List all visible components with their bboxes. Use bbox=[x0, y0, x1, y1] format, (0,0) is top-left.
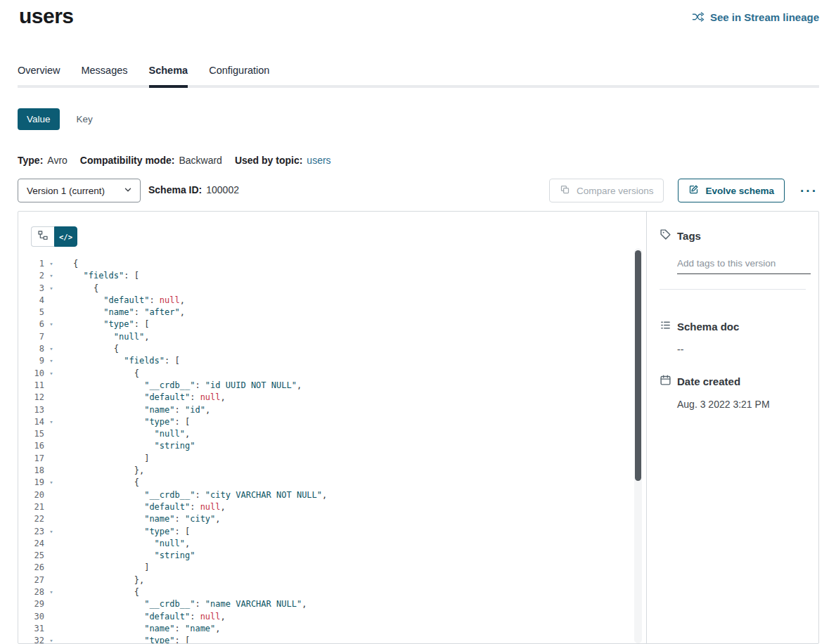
version-bar: Version 1 (current) Schema ID: 100002 Co… bbox=[18, 179, 819, 202]
fold-toggle-icon[interactable]: ▾ bbox=[44, 477, 58, 489]
code-text: "type": [ bbox=[73, 318, 149, 330]
add-tags-input[interactable] bbox=[677, 255, 811, 274]
date-created-value: Aug. 3 2022 3:21 PM bbox=[677, 399, 806, 410]
code-line: 2▾ "fields": [ bbox=[18, 270, 634, 282]
fold-toggle-icon[interactable]: ▾ bbox=[44, 526, 58, 538]
tags-section: Tags bbox=[660, 228, 806, 290]
page-title: users bbox=[19, 4, 74, 28]
tab-messages[interactable]: Messages bbox=[81, 62, 127, 85]
code-line: 10▾ { bbox=[18, 368, 634, 380]
chevron-down-icon bbox=[123, 185, 133, 197]
meta-type: Type: Avro bbox=[18, 155, 67, 166]
line-number: 30 bbox=[18, 611, 44, 623]
line-number: 8 bbox=[18, 343, 44, 355]
code-line: 1▾{ bbox=[18, 258, 634, 270]
compare-versions-button[interactable]: Compare versions bbox=[549, 179, 664, 202]
code-line: 25 "string" bbox=[18, 550, 634, 562]
tree-view-button[interactable] bbox=[31, 226, 54, 247]
code-text: "type": [ bbox=[73, 416, 190, 428]
schema-panel: </> 1▾{2▾ "fields": [3▾ {4 "default": nu… bbox=[18, 211, 819, 644]
code-text: "__crdb__": "city VARCHAR NOT NULL", bbox=[73, 489, 327, 501]
tab-configuration[interactable]: Configuration bbox=[209, 62, 269, 85]
date-created-heading: Date created bbox=[660, 374, 806, 389]
fold-toggle-icon[interactable]: ▾ bbox=[44, 368, 58, 380]
editor-scrollbar-thumb[interactable] bbox=[635, 250, 641, 481]
code-line: 8▾ { bbox=[18, 343, 634, 355]
code-line: 32▾ "type": [ bbox=[18, 635, 634, 644]
topic-link[interactable]: users bbox=[307, 155, 330, 166]
code-text: { bbox=[73, 258, 78, 270]
tree-view-icon bbox=[37, 230, 49, 243]
code-text: "fields": [ bbox=[73, 355, 180, 367]
line-number: 11 bbox=[18, 380, 44, 392]
line-number: 1 bbox=[18, 258, 44, 270]
code-line: 29 "__crdb__": "name VARCHAR NULL", bbox=[18, 598, 634, 610]
fold-toggle-icon[interactable]: ▾ bbox=[44, 355, 58, 367]
code-text: { bbox=[73, 477, 139, 489]
compare-versions-label: Compare versions bbox=[577, 186, 654, 196]
code-line: 21 "default": null, bbox=[18, 501, 634, 513]
code-line: 12 "default": null, bbox=[18, 392, 634, 404]
version-select-value: Version 1 (current) bbox=[27, 186, 105, 196]
value-toggle-button[interactable]: Value bbox=[18, 108, 60, 130]
line-number: 29 bbox=[18, 598, 44, 610]
line-number: 22 bbox=[18, 513, 44, 525]
schema-code-pane: </> 1▾{2▾ "fields": [3▾ {4 "default": nu… bbox=[18, 212, 646, 643]
code-line: 15 "null", bbox=[18, 428, 634, 440]
line-number: 24 bbox=[18, 538, 44, 550]
version-select[interactable]: Version 1 (current) bbox=[18, 179, 141, 202]
type-value: Avro bbox=[47, 155, 67, 166]
code-line: 24 "null", bbox=[18, 538, 634, 550]
fold-toggle-icon[interactable]: ▾ bbox=[44, 283, 58, 295]
line-number: 25 bbox=[18, 550, 44, 562]
more-options-button[interactable]: ··· bbox=[799, 181, 819, 200]
line-number: 20 bbox=[18, 489, 44, 501]
code-text: }, bbox=[73, 574, 144, 586]
tab-overview[interactable]: Overview bbox=[18, 62, 60, 85]
code-text: "null", bbox=[73, 428, 190, 440]
editor-scrollbar-track[interactable] bbox=[634, 248, 642, 643]
code-text: "default": null, bbox=[73, 611, 226, 623]
key-toggle-button[interactable]: Key bbox=[77, 114, 93, 124]
tab-schema[interactable]: Schema bbox=[149, 62, 188, 85]
type-label: Type: bbox=[18, 155, 43, 166]
line-number: 27 bbox=[18, 574, 44, 586]
editor-view-toggle: </> bbox=[31, 226, 77, 247]
fold-toggle-icon[interactable]: ▾ bbox=[44, 343, 58, 355]
edit-pencil-icon bbox=[688, 184, 699, 197]
code-line: 31 "name": "name", bbox=[18, 623, 634, 635]
evolve-schema-button[interactable]: Evolve schema bbox=[678, 179, 785, 202]
code-line: 16 "string" bbox=[18, 440, 634, 452]
meta-topic: Used by topic: users bbox=[235, 155, 331, 166]
code-view-button[interactable]: </> bbox=[54, 226, 77, 247]
code-text: ] bbox=[73, 562, 149, 574]
fold-toggle-icon[interactable]: ▾ bbox=[44, 416, 58, 428]
fold-toggle-icon[interactable]: ▾ bbox=[44, 258, 58, 270]
code-line: 27 }, bbox=[18, 574, 634, 586]
code-text: "name": "city", bbox=[73, 513, 221, 525]
meta-compatibility: Compatibility mode: Backward bbox=[80, 155, 222, 166]
date-created-section: Date created Aug. 3 2022 3:21 PM bbox=[660, 374, 806, 410]
code-line: 7 "null", bbox=[18, 331, 634, 343]
fold-toggle-icon[interactable]: ▾ bbox=[44, 586, 58, 598]
stream-lineage-shuffle-icon bbox=[692, 11, 705, 23]
code-text: "name": "name", bbox=[73, 623, 221, 635]
evolve-schema-label: Evolve schema bbox=[705, 186, 774, 196]
schema-id: Schema ID: 100002 bbox=[148, 184, 239, 195]
code-line: 19▾ { bbox=[18, 477, 634, 489]
line-number: 9 bbox=[18, 355, 44, 367]
line-number: 10 bbox=[18, 368, 44, 380]
code-line: 26 ] bbox=[18, 562, 634, 574]
fold-toggle-icon[interactable]: ▾ bbox=[44, 635, 58, 644]
schema-meta-row: Type: Avro Compatibility mode: Backward … bbox=[18, 155, 331, 166]
compatibility-value: Backward bbox=[179, 155, 221, 166]
code-text: "null", bbox=[73, 538, 190, 550]
fold-toggle-icon[interactable]: ▾ bbox=[44, 318, 58, 330]
line-number: 28 bbox=[18, 586, 44, 598]
line-number: 13 bbox=[18, 404, 44, 416]
fold-toggle-icon[interactable]: ▾ bbox=[44, 270, 58, 282]
schema-value-key-toggle: Value Key bbox=[18, 108, 93, 130]
tag-icon bbox=[660, 228, 671, 243]
see-in-stream-lineage-link[interactable]: See in Stream lineage bbox=[692, 11, 819, 23]
code-line: 30 "default": null, bbox=[18, 611, 634, 623]
